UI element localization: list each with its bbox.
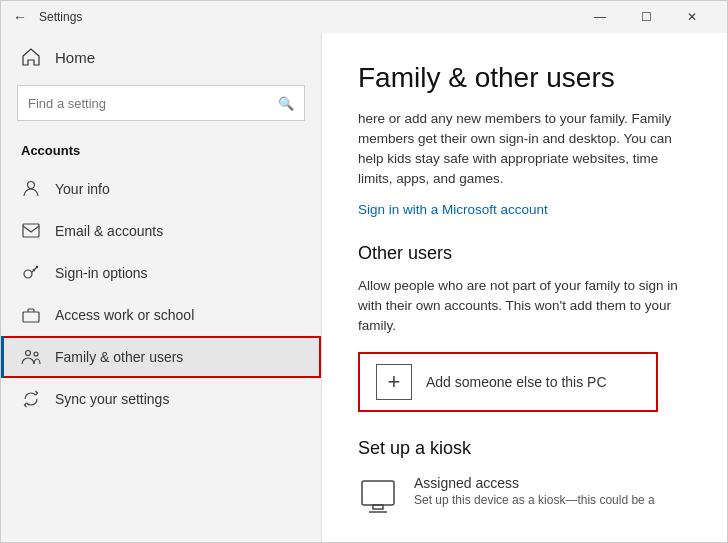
- home-icon: [21, 47, 41, 67]
- search-input[interactable]: [28, 96, 278, 111]
- add-user-button[interactable]: + Add someone else to this PC: [358, 352, 658, 412]
- sidebar-item-sign-in-options[interactable]: Sign-in options: [1, 252, 321, 294]
- home-label: Home: [55, 49, 95, 66]
- person-icon: [21, 179, 41, 199]
- sidebar-item-home[interactable]: Home: [1, 33, 321, 81]
- page-description: here or add any new members to your fami…: [358, 109, 695, 190]
- search-icon: 🔍: [278, 96, 294, 111]
- sidebar-item-sync-settings[interactable]: Sync your settings: [1, 378, 321, 420]
- add-icon: +: [376, 364, 412, 400]
- window-controls: — ☐ ✕: [577, 1, 715, 33]
- sync-icon: [21, 389, 41, 409]
- svg-point-4: [26, 351, 31, 356]
- sidebar-section-title: Accounts: [1, 137, 321, 168]
- kiosk-icon: [358, 477, 398, 517]
- maximize-button[interactable]: ☐: [623, 1, 669, 33]
- svg-point-5: [34, 352, 38, 356]
- svg-rect-3: [23, 312, 39, 322]
- sidebar-item-family-other-users[interactable]: Family & other users: [1, 336, 321, 378]
- sign-in-options-label: Sign-in options: [55, 265, 148, 281]
- search-box[interactable]: 🔍: [17, 85, 305, 121]
- svg-rect-6: [362, 481, 394, 505]
- kiosk-item: Assigned access Set up this device as a …: [358, 475, 695, 517]
- sidebar-item-email-accounts[interactable]: Email & accounts: [1, 210, 321, 252]
- settings-window: ← Settings — ☐ ✕ Home 🔍: [0, 0, 728, 543]
- close-button[interactable]: ✕: [669, 1, 715, 33]
- svg-rect-1: [23, 224, 39, 237]
- svg-point-0: [28, 182, 35, 189]
- your-info-label: Your info: [55, 181, 110, 197]
- kiosk-item-desc: Set up this device as a kiosk—this could…: [414, 493, 655, 507]
- other-users-desc: Allow people who are not part of your fa…: [358, 276, 695, 337]
- add-user-label: Add someone else to this PC: [426, 374, 607, 390]
- back-button[interactable]: ←: [13, 9, 27, 25]
- family-other-users-label: Family & other users: [55, 349, 183, 365]
- minimize-button[interactable]: —: [577, 1, 623, 33]
- access-work-school-label: Access work or school: [55, 307, 194, 323]
- email-icon: [21, 221, 41, 241]
- kiosk-title: Set up a kiosk: [358, 438, 695, 459]
- kiosk-text: Assigned access Set up this device as a …: [414, 475, 655, 507]
- sidebar-item-your-info[interactable]: Your info: [1, 168, 321, 210]
- family-icon: [21, 347, 41, 367]
- key-icon: [21, 263, 41, 283]
- svg-rect-7: [373, 505, 383, 509]
- other-users-title: Other users: [358, 243, 695, 264]
- main-panel: Family & other users here or add any new…: [321, 33, 727, 542]
- page-title: Family & other users: [358, 61, 695, 95]
- window-title: Settings: [39, 10, 577, 24]
- email-accounts-label: Email & accounts: [55, 223, 163, 239]
- kiosk-item-title: Assigned access: [414, 475, 655, 491]
- briefcase-icon: [21, 305, 41, 325]
- svg-point-2: [24, 270, 32, 278]
- sidebar: Home 🔍 Accounts Your info: [1, 33, 321, 542]
- sidebar-item-access-work-school[interactable]: Access work or school: [1, 294, 321, 336]
- microsoft-account-link[interactable]: Sign in with a Microsoft account: [358, 202, 695, 217]
- titlebar: ← Settings — ☐ ✕: [1, 1, 727, 33]
- sync-settings-label: Sync your settings: [55, 391, 169, 407]
- main-content: Home 🔍 Accounts Your info: [1, 33, 727, 542]
